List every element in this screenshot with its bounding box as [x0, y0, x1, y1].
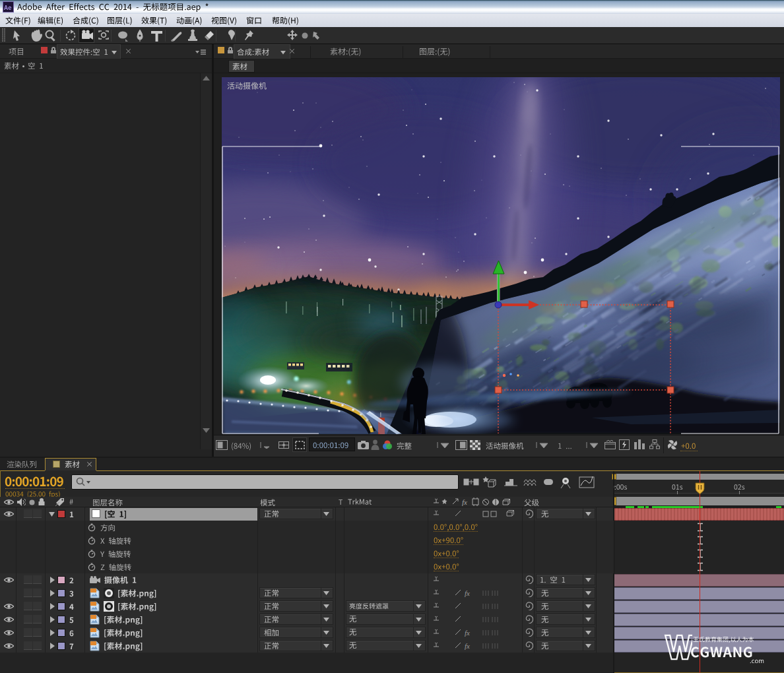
- svg-text:fx: fx: [465, 642, 470, 650]
- svg-text:fx: fx: [462, 498, 467, 506]
- svg-text:fx: fx: [465, 589, 470, 597]
- svg-text:fx: fx: [465, 629, 470, 637]
